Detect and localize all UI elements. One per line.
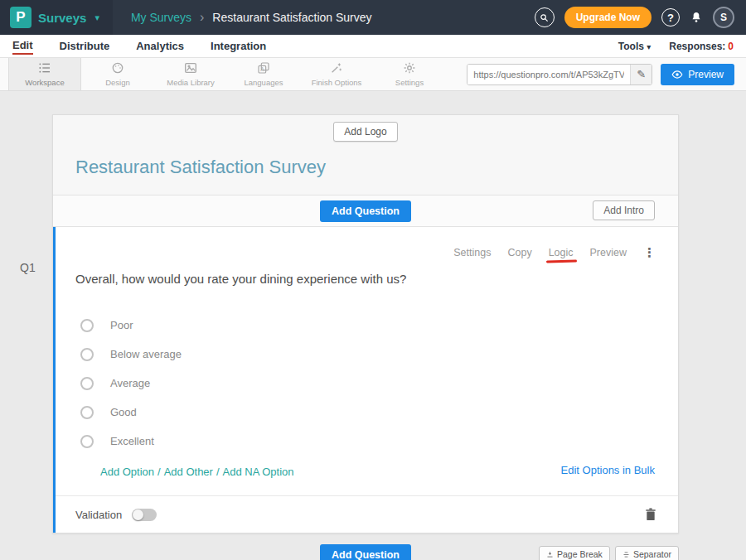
preview-button[interactable]: Preview [661,64,734,85]
survey-url-input[interactable] [467,65,630,84]
toolbar-item-label: Finish Options [312,78,362,87]
help-icon[interactable]: ? [661,8,680,27]
question-logic-link[interactable]: Logic [549,247,574,258]
responses-count: 0 [728,41,734,52]
page-break-label: Page Break [557,549,603,559]
tools-menu[interactable]: Tools ▾ [618,41,651,52]
question-preview-link[interactable]: Preview [590,247,627,258]
logo-letter: P [16,9,25,26]
topbar: P Surveys ▾ My Surveys › Restaurant Sati… [0,0,746,35]
option-row-below-average[interactable]: Below average [56,340,678,369]
add-question-button-top[interactable]: Add Question [320,200,411,222]
option-row-good[interactable]: Good [56,398,678,427]
breadcrumb-my-surveys[interactable]: My Surveys [131,11,191,24]
toolbar-item-settings[interactable]: Settings [373,58,446,90]
validation-row: Validation [56,496,678,533]
link-separator: / [157,466,161,478]
radio-button-icon[interactable] [80,377,94,390]
separator-label: Separator [633,549,671,559]
notifications-bell-icon[interactable] [690,11,703,24]
option-row-poor[interactable]: Poor [56,311,678,340]
option-label[interactable]: Excellent [110,435,154,447]
tab-distribute[interactable]: Distribute [60,38,110,54]
languages-translate-icon: A [257,61,270,76]
chevron-down-icon: ▾ [647,42,651,51]
editor-toolbar: Workspace Design Media Library A Languag… [0,58,746,91]
logic-red-underline-annotation [546,260,577,263]
breadcrumb-current-survey: Restaurant Satisfaction Survey [212,11,371,24]
breadcrumb: My Surveys › Restaurant Satisfaction Sur… [131,10,372,25]
question-settings-link[interactable]: Settings [453,247,491,258]
tools-label: Tools [618,41,644,52]
responses-label: Responses: [669,41,725,52]
add-na-option-link[interactable]: Add NA Option [223,466,294,478]
breadcrumb-separator-icon: › [200,10,204,25]
app: P Surveys ▾ My Surveys › Restaurant Sati… [0,0,746,560]
question-more-menu-icon[interactable]: ⋮ [643,245,656,260]
add-question-button-bottom[interactable]: Add Question [320,544,411,560]
separator-button[interactable]: Separator [615,546,679,560]
tab-integration[interactable]: Integration [211,38,266,54]
radio-button-icon[interactable] [80,319,94,332]
edit-options-in-bulk-link[interactable]: Edit Options in Bulk [561,464,655,476]
question-block-q1: Settings Copy Logic Preview ⋮ Overall, h… [53,227,678,533]
page-break-icon [546,551,554,558]
product-label: Surveys [38,11,86,25]
page-footer-row: Add Question Page Break Separator [52,543,679,560]
option-label[interactable]: Good [110,406,137,418]
footer-right-buttons: Page Break Separator [539,546,679,560]
question-number: Q1 [20,261,36,274]
answer-options-list: Poor Below average Average Good [56,311,678,456]
page-break-button[interactable]: Page Break [539,546,610,560]
tab-edit[interactable]: Edit [12,37,33,55]
responses-counter[interactable]: Responses:0 [669,41,734,52]
validation-label: Validation [75,509,122,521]
radio-button-icon[interactable] [80,348,94,361]
editor-canvas: Q1 Add Logo Restaurant Satisfaction Surv… [0,91,746,560]
toolbar-item-media-library[interactable]: Media Library [154,58,227,90]
toolbar-item-label: Languages [244,78,283,87]
toolbar-item-design[interactable]: Design [81,58,154,90]
upgrade-now-button[interactable]: Upgrade Now [564,7,652,28]
chevron-down-icon: ▾ [94,12,99,23]
add-option-link[interactable]: Add Option [100,466,154,478]
option-row-excellent[interactable]: Excellent [56,427,678,456]
workspace-list-icon [38,61,51,76]
tab-analytics[interactable]: Analytics [136,38,184,54]
toolbar-item-workspace[interactable]: Workspace [8,58,81,90]
toolbar-item-languages[interactable]: A Languages [227,58,300,90]
media-image-icon [184,61,197,76]
nav-right: Tools ▾ Responses:0 [618,41,734,52]
option-label[interactable]: Poor [110,319,133,331]
toolbar-right: ✎ Preview [467,58,746,90]
add-intro-button[interactable]: Add Intro [593,200,655,220]
survey-header-section: Add Logo Restaurant Satisfaction Survey [53,115,678,196]
radio-button-icon[interactable] [80,406,94,419]
product-switcher[interactable]: P Surveys ▾ [0,0,113,35]
design-palette-icon [111,61,124,76]
add-question-row: Add Question Add Intro [53,196,678,227]
logic-label: Logic [549,247,574,258]
question-copy-link[interactable]: Copy [507,247,531,258]
radio-button-icon[interactable] [80,435,94,448]
edit-url-pencil-icon[interactable]: ✎ [630,65,652,84]
user-avatar[interactable]: S [713,7,734,28]
question-text[interactable]: Overall, how would you rate your dining … [75,272,678,286]
toggle-knob [133,509,143,520]
option-label[interactable]: Below average [110,348,182,360]
preview-label: Preview [688,69,724,80]
survey-title[interactable]: Restaurant Satisfaction Survey [75,157,678,178]
toolbar-item-label: Workspace [25,78,64,87]
add-logo-button[interactable]: Add Logo [333,122,397,142]
toolbar-item-label: Media Library [167,78,215,87]
validation-toggle[interactable] [132,509,157,521]
option-label[interactable]: Average [110,377,150,389]
add-other-link[interactable]: Add Other [164,466,213,478]
eye-icon [671,70,683,79]
search-icon[interactable] [535,7,555,27]
separator-icon [622,551,630,558]
survey-url-box: ✎ [467,64,652,85]
option-row-average[interactable]: Average [56,369,678,398]
delete-question-trash-icon[interactable] [645,508,656,521]
toolbar-item-finish-options[interactable]: Finish Options [300,58,373,90]
